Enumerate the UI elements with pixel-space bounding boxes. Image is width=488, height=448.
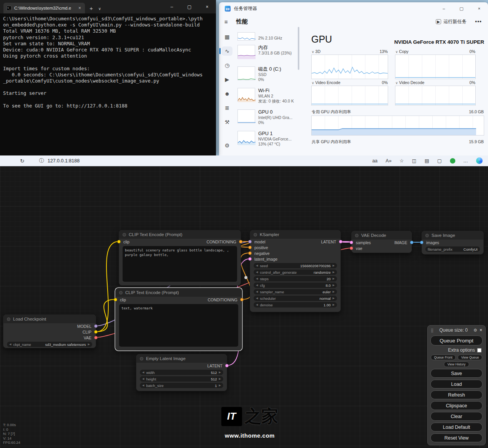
run-new-task-button[interactable]: ▶ 运行新任务 <box>436 18 466 25</box>
negative-input-port[interactable] <box>248 251 252 255</box>
sidebar-scrollbar[interactable] <box>298 27 299 70</box>
text-scale-icon[interactable]: aa <box>372 158 378 164</box>
batch-size-widget[interactable]: ◀batch_size1▶ <box>140 383 223 388</box>
reroute-dot[interactable] <box>244 276 247 279</box>
next-arrow-icon[interactable]: ▶ <box>333 284 335 287</box>
next-arrow-icon[interactable]: ▶ <box>333 277 335 280</box>
nav-performance-icon[interactable]: ∿ <box>222 46 232 56</box>
prompt-textarea[interactable]: text, watermark <box>119 304 238 347</box>
sidebar-item-gpu1[interactable]: GPU 1 NVIDIA GeForce... 13% (47 °C) <box>236 129 297 150</box>
clip-input-port[interactable] <box>117 240 121 243</box>
drag-handle-icon[interactable]: ⣿ <box>431 328 433 332</box>
latent-image-input-port[interactable] <box>248 257 252 261</box>
next-arrow-icon[interactable]: ▶ <box>333 303 335 306</box>
nav-details-icon[interactable]: ≣ <box>222 103 232 112</box>
nav-startup-icon[interactable]: ▶ <box>222 75 232 84</box>
model-input-port[interactable] <box>248 240 252 243</box>
sidebar-item-cpu[interactable]: 2% 2.10 GHz <box>236 25 297 43</box>
prev-arrow-icon[interactable]: ◀ <box>256 284 258 287</box>
denoise-widget[interactable]: ◀denoise1.00▶ <box>254 302 337 307</box>
clipspace-button[interactable]: Clipspace <box>430 401 483 410</box>
hamburger-menu-icon[interactable]: ≡ <box>224 18 228 25</box>
images-input-port[interactable] <box>420 241 423 244</box>
clip-output-port[interactable] <box>94 330 98 334</box>
collapse-dot[interactable] <box>425 234 429 237</box>
prev-arrow-icon[interactable]: ◀ <box>256 271 258 274</box>
collapse-dot[interactable] <box>7 317 10 321</box>
cmd-tab[interactable]: >_ C:\Windows\system32\cmd.e × <box>3 3 85 13</box>
positive-input-port[interactable] <box>248 246 252 249</box>
prev-arrow-icon[interactable]: ◀ <box>256 303 258 306</box>
minimize-button[interactable]: – <box>435 2 453 15</box>
taskmgr-titlebar[interactable]: 任务管理器 – ▢ × <box>219 2 488 15</box>
prev-arrow-icon[interactable]: ◀ <box>142 377 144 380</box>
node-ksampler[interactable]: KSampler modelLATENT positive negative l… <box>250 230 341 312</box>
node-titlebar[interactable]: CLIP Text Encode (Prompt) <box>116 288 242 297</box>
tab-dropdown-icon[interactable]: ∨ <box>98 7 101 11</box>
prev-arrow-icon[interactable]: ◀ <box>256 277 258 280</box>
tab-close-icon[interactable]: × <box>78 5 82 11</box>
close-button[interactable]: × <box>470 2 488 15</box>
prev-arrow-icon[interactable]: ◀ <box>142 371 144 374</box>
clip-input-port[interactable] <box>114 298 117 301</box>
load-default-button[interactable]: Load Default <box>430 423 483 431</box>
filename-prefix-widget[interactable]: filename_prefixComfyUI <box>425 246 480 252</box>
node-titlebar[interactable]: KSampler <box>250 230 340 239</box>
address-url[interactable]: 127.0.0.1:8188 <box>48 158 80 164</box>
height-widget[interactable]: ◀height512▶ <box>140 376 223 382</box>
next-arrow-icon[interactable]: ▶ <box>333 264 335 267</box>
site-info-icon[interactable]: ⓘ <box>39 157 44 164</box>
node-vae-decode[interactable]: VAE Decode samplesIMAGE vae <box>351 231 412 253</box>
collapse-dot[interactable] <box>119 291 123 294</box>
image-output-port[interactable] <box>410 241 413 244</box>
control-after-generate-widget[interactable]: ◀control_after_generaterandomize▶ <box>254 269 337 275</box>
model-output-port[interactable] <box>94 324 98 328</box>
cfg-widget[interactable]: ◀cfg8.0▶ <box>254 283 337 288</box>
collapse-dot[interactable] <box>140 357 143 360</box>
favorite-star-icon[interactable]: ☆ <box>400 158 404 164</box>
prev-arrow-icon[interactable]: ◀ <box>256 290 258 293</box>
more-options-icon[interactable]: ••• <box>475 18 482 25</box>
node-titlebar[interactable]: Load Checkpoint <box>3 315 96 323</box>
latent-output-port[interactable] <box>339 240 342 243</box>
prev-arrow-icon[interactable]: ◀ <box>142 384 144 387</box>
sidebar-item-disk[interactable]: 磁盘 0 (C:) SSD 0% <box>236 64 297 86</box>
nav-app-history-icon[interactable]: ◷ <box>222 61 232 70</box>
clear-button[interactable]: Clear <box>430 412 483 421</box>
split-screen-icon[interactable]: ◫ <box>412 158 417 164</box>
scheduler-widget[interactable]: ◀schedulernormal▶ <box>254 296 337 301</box>
node-titlebar[interactable]: CLIP Text Encode (Prompt) <box>119 230 241 239</box>
maximize-button[interactable]: ▢ <box>453 2 470 15</box>
width-widget[interactable]: ◀width512▶ <box>140 370 223 375</box>
read-aloud-icon[interactable]: A» <box>386 158 392 164</box>
queue-front-button[interactable]: Queue Front <box>431 355 456 360</box>
latent-output-port[interactable] <box>225 364 229 367</box>
seed-widget[interactable]: ◀seed156680208700286▶ <box>254 263 337 268</box>
nav-users-icon[interactable]: ☻ <box>222 89 232 98</box>
prev-arrow-icon[interactable]: ◀ <box>256 297 258 300</box>
node-titlebar[interactable]: Empty Latent Image <box>136 354 227 363</box>
close-button[interactable]: × <box>198 0 216 13</box>
next-arrow-icon[interactable]: ▶ <box>333 271 335 274</box>
ckpt-name-widget[interactable]: ◀ ckpt_name sd3_medium safetensors ▶ <box>7 342 92 347</box>
conditioning-output-port[interactable] <box>239 240 242 243</box>
view-history-button[interactable]: View History <box>444 362 469 367</box>
minimize-button[interactable]: – <box>163 0 181 13</box>
settings-gear-icon[interactable]: ⚙ <box>222 141 232 150</box>
prompt-textarea[interactable]: beautiful scenery nature glass bottle la… <box>123 246 237 282</box>
next-arrow-icon[interactable]: ▶ <box>88 343 90 346</box>
more-options-icon[interactable]: … <box>463 158 468 164</box>
node-clip-text-encode-positive[interactable]: CLIP Text Encode (Prompt) clipCONDITIONI… <box>119 230 241 286</box>
node-save-image[interactable]: Save Image images filename_prefixComfyUI <box>422 231 484 255</box>
new-tab-button[interactable]: + <box>90 5 93 12</box>
node-clip-text-encode-negative[interactable]: CLIP Text Encode (Prompt) clipCONDITIONI… <box>115 288 242 350</box>
sidebar-item-memory[interactable]: 内存 7.3/31.8 GB (23%) <box>236 43 297 64</box>
adguard-extension-icon[interactable] <box>450 158 455 164</box>
collapse-dot[interactable] <box>355 234 359 237</box>
queue-prompt-button[interactable]: Queue Prompt <box>430 336 483 346</box>
load-button[interactable]: Load <box>430 380 483 388</box>
close-icon[interactable]: × <box>480 327 482 333</box>
save-button[interactable]: Save <box>430 369 483 378</box>
vae-input-port[interactable] <box>350 246 353 250</box>
copilot-icon[interactable] <box>476 157 483 164</box>
